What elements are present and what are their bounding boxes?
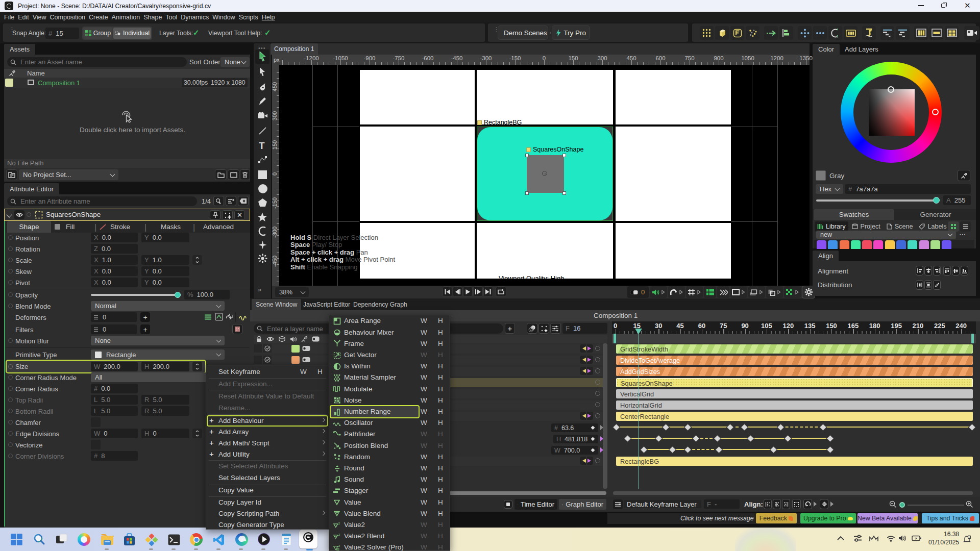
svg-text:2: 2 (338, 533, 340, 536)
svg-text:2: 2 (338, 521, 340, 525)
svg-text:2: 2 (338, 544, 340, 548)
